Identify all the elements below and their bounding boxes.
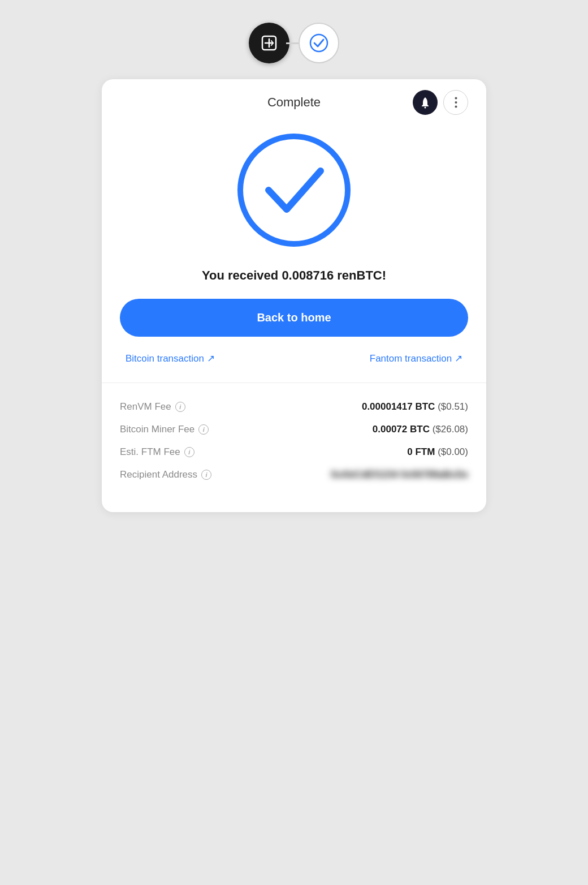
svg-point-5 <box>455 106 457 108</box>
fee-row-ftm: Esti. FTM Fee i 0 FTM ($0.00) <box>120 446 468 458</box>
fantom-transaction-link[interactable]: Fantom transaction ↗ <box>370 353 462 364</box>
fee-row-miner: Bitcoin Miner Fee i 0.00072 BTC ($26.08) <box>120 424 468 435</box>
success-icon-container <box>120 128 468 252</box>
svg-point-4 <box>455 101 457 104</box>
svg-point-1 <box>310 35 327 51</box>
miner-fee-info-icon[interactable]: i <box>198 424 209 435</box>
miner-fee-label: Bitcoin Miner Fee i <box>120 424 209 435</box>
renvm-fee-text: RenVM Fee <box>120 401 171 413</box>
fees-section: RenVM Fee i 0.00001417 BTC ($0.51) Bitco… <box>102 383 486 512</box>
ftm-fee-label: Esti. FTM Fee i <box>120 446 194 458</box>
fee-row-recipient: Recipient Address i 0xAbCdEf1234 0x56789… <box>120 469 468 480</box>
recipient-address: 0xAbCdEf1234 0x56789aBcDe <box>331 469 468 480</box>
header-actions <box>413 90 468 115</box>
renvm-fee-usd: ($0.51) <box>438 401 468 412</box>
renvm-fee-label: RenVM Fee i <box>120 401 185 413</box>
step1-icon <box>249 23 289 63</box>
card-title: Complete <box>267 95 321 110</box>
miner-fee-value: 0.00072 BTC ($26.08) <box>373 424 468 435</box>
ftm-fee-amount: 0 FTM <box>407 446 438 457</box>
main-card: Complete <box>102 79 486 512</box>
renvm-fee-value: 0.00001417 BTC ($0.51) <box>362 401 468 413</box>
card-header: Complete <box>120 95 468 110</box>
step-indicators <box>249 23 339 63</box>
recipient-info-icon[interactable]: i <box>201 470 211 480</box>
svg-point-6 <box>240 136 348 244</box>
svg-point-2 <box>425 107 426 109</box>
recipient-label: Recipient Address i <box>120 469 211 480</box>
received-amount-text: You received 0.008716 renBTC! <box>120 268 468 283</box>
step2-icon <box>299 23 339 63</box>
bitcoin-transaction-link[interactable]: Bitcoin transaction ↗ <box>126 353 215 364</box>
card-top: Complete <box>102 79 486 383</box>
notification-button[interactable] <box>413 90 438 115</box>
miner-fee-text: Bitcoin Miner Fee <box>120 424 194 435</box>
renvm-fee-btc: 0.00001417 BTC <box>362 401 438 412</box>
ftm-fee-text: Esti. FTM Fee <box>120 446 180 458</box>
more-options-button[interactable] <box>443 90 468 115</box>
ftm-fee-value: 0 FTM ($0.00) <box>407 446 468 458</box>
success-checkmark-icon <box>232 128 356 252</box>
recipient-text: Recipient Address <box>120 469 197 480</box>
ftm-fee-info-icon[interactable]: i <box>184 447 194 457</box>
back-to-home-button[interactable]: Back to home <box>120 299 468 337</box>
recipient-address-value: 0xAbCdEf1234 0x56789aBcDe <box>331 469 468 480</box>
ftm-fee-usd: ($0.00) <box>438 446 468 457</box>
miner-fee-btc: 0.00072 BTC <box>373 424 433 435</box>
fee-row-renvm: RenVM Fee i 0.00001417 BTC ($0.51) <box>120 401 468 413</box>
svg-point-3 <box>455 97 457 100</box>
renvm-fee-info-icon[interactable]: i <box>175 402 185 412</box>
miner-fee-usd: ($26.08) <box>433 424 468 435</box>
transaction-links: Bitcoin transaction ↗ Fantom transaction… <box>120 353 468 364</box>
